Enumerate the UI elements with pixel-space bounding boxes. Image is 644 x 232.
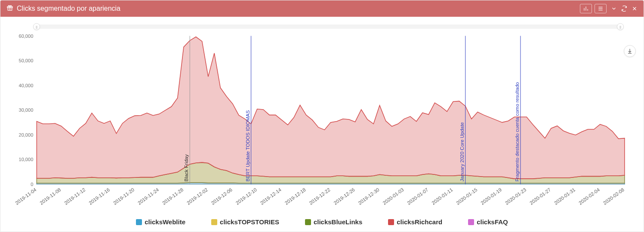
legend-label: clicksFAQ — [477, 218, 508, 226]
x-tick-label: 2019-12-26 — [333, 187, 356, 206]
y-tick-label: 30,000 — [19, 107, 34, 113]
x-tick-label: 2020-01-07 — [406, 187, 429, 206]
x-tick-label: 2019-11-24 — [137, 187, 160, 206]
x-tick-label: 2019-11-20 — [112, 187, 135, 206]
chart-panel: Clicks segmentado por apariencia — [0, 0, 644, 232]
refresh-icon[interactable] — [621, 6, 627, 12]
legend-swatch — [305, 219, 311, 225]
x-tick-label: 2020-01-27 — [529, 187, 552, 206]
gift-icon — [6, 4, 13, 13]
chart-area: 010,00020,00030,00040,00050,00060,000201… — [6, 31, 638, 216]
legend-swatch — [388, 219, 394, 225]
list-icon — [598, 6, 604, 12]
x-tick-label: 2020-01-31 — [553, 187, 576, 206]
x-tick-label: 2020-01-23 — [504, 187, 527, 206]
range-handle-left[interactable]: || — [33, 23, 40, 30]
legend-label: clicksTOPSTORIES — [220, 218, 279, 226]
panel-controls — [580, 4, 638, 13]
legend-label: clicksBlueLinks — [314, 218, 362, 226]
panel-title-wrap: Clicks segmentado por apariencia — [6, 4, 120, 13]
y-tick-label: 40,000 — [19, 83, 34, 88]
table-view-button[interactable] — [595, 4, 607, 13]
x-tick-label: 2019-11-16 — [88, 187, 111, 206]
annotation-label: Fragmento destacado cuenta como resultad… — [515, 82, 520, 181]
x-tick-label: 2019-12-10 — [235, 187, 258, 206]
bar-chart-icon — [583, 6, 589, 12]
annotation-label: BERT Update TODOS IDIOMAS — [245, 110, 250, 182]
x-tick-label: 2019-12-18 — [284, 187, 307, 206]
panel-body: || || 010,00020,00030,00040,00050,00060,… — [0, 17, 644, 232]
x-tick-label: 2019-11-04 — [14, 187, 37, 206]
close-icon[interactable] — [632, 6, 638, 12]
panel-header: Clicks segmentado por apariencia — [0, 0, 644, 17]
legend-item-clicksrichcard[interactable]: clicksRichcard — [388, 218, 442, 226]
range-handle-right[interactable]: || — [617, 23, 624, 30]
legend-swatch — [211, 219, 217, 225]
x-tick-label: 2020-02-08 — [602, 187, 625, 206]
x-tick-label: 2019-12-30 — [357, 187, 380, 206]
x-tick-label: 2020-01-11 — [431, 187, 453, 206]
legend-item-clicksbluelinks[interactable]: clicksBlueLinks — [305, 218, 362, 226]
legend-label: clicksRichcard — [397, 218, 442, 226]
chart-view-button[interactable] — [580, 4, 592, 13]
legend-swatch — [468, 219, 474, 225]
legend-item-clicksweblite[interactable]: clicksWeblite — [136, 218, 185, 226]
x-tick-label: 2019-12-02 — [186, 187, 209, 206]
legend-item-clickstopstories[interactable]: clicksTOPSTORIES — [211, 218, 279, 226]
panel-button-group — [580, 4, 607, 13]
x-tick-label: 2020-01-03 — [382, 187, 405, 206]
legend-item-clicksfaq[interactable]: clicksFAQ — [468, 218, 508, 226]
x-tick-label: 2019-11-28 — [161, 187, 184, 206]
x-tick-label: 2020-02-04 — [578, 187, 601, 206]
x-tick-label: 2019-11-12 — [63, 187, 86, 206]
y-tick-label: 0 — [31, 182, 33, 187]
y-tick-label: 10,000 — [19, 157, 34, 162]
x-tick-label: 2019-11-08 — [39, 187, 62, 206]
collapse-icon[interactable] — [611, 6, 617, 12]
x-tick-label: 2019-12-14 — [259, 187, 282, 206]
y-tick-label: 20,000 — [19, 132, 34, 137]
legend-label: clicksWeblite — [145, 218, 185, 226]
y-tick-label: 60,000 — [19, 33, 34, 38]
x-tick-label: 2019-12-22 — [308, 187, 331, 206]
panel-title: Clicks segmentado por apariencia — [17, 5, 120, 12]
legend: clicksWebliteclicksTOPSTORIESclicksBlueL… — [6, 216, 638, 227]
y-tick-label: 50,000 — [19, 58, 34, 63]
x-tick-label: 2020-01-19 — [480, 187, 502, 206]
chart-svg: 010,00020,00030,00040,00050,00060,000201… — [6, 31, 638, 216]
annotation-label: January 2020 Core Update — [459, 122, 465, 181]
x-tick-label: 2020-01-15 — [455, 187, 478, 206]
range-scrollbar[interactable]: || || — [37, 24, 620, 29]
annotation-label: Black Friday — [184, 154, 189, 182]
legend-swatch — [136, 219, 142, 225]
x-tick-label: 2019-12-06 — [210, 187, 233, 206]
